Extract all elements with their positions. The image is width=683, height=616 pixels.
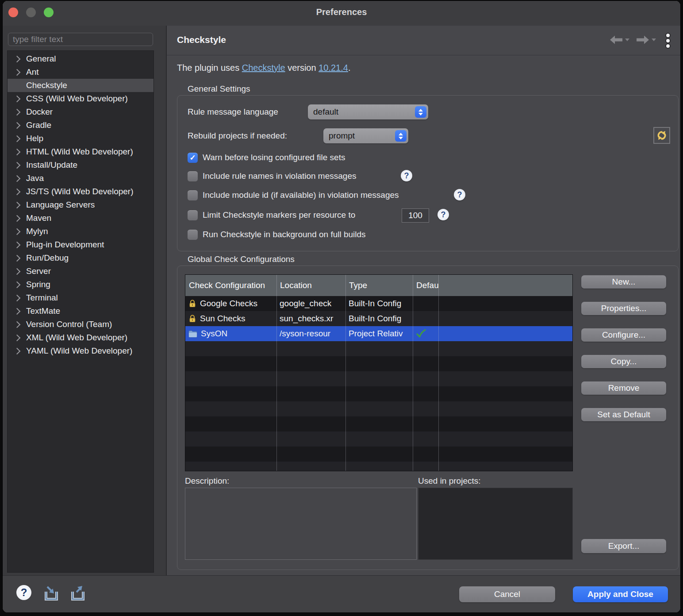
set-as-default-button[interactable]: Set as Default xyxy=(581,408,666,421)
config-type-cell: Built-In Config xyxy=(345,311,413,326)
sidebar-item-install-update[interactable]: Install/Update xyxy=(8,158,153,172)
config-row-sun-checks[interactable]: Sun Checkssun_checks.xrBuilt-In Config xyxy=(185,311,572,326)
chevron-right-icon[interactable] xyxy=(14,201,21,208)
chevron-right-icon[interactable] xyxy=(14,294,21,301)
import-preferences-icon[interactable] xyxy=(42,584,61,603)
checkbox-row-limit-checkstyle-markers-per-resource-to: Limit Checkstyle markers per resource to xyxy=(188,210,355,220)
table-empty-row xyxy=(185,371,572,386)
sidebar-item-plug-in-development[interactable]: Plug-in Development xyxy=(8,238,153,251)
sidebar-item-language-servers[interactable]: Language Servers xyxy=(8,198,153,212)
export-preferences-icon[interactable] xyxy=(68,584,88,603)
chevron-right-icon[interactable] xyxy=(14,95,21,102)
config-row-syson[interactable]: SysON/syson-resourProject Relativ xyxy=(185,326,572,341)
warn-before-losing-configured--checkbox[interactable]: ✓ xyxy=(188,153,198,163)
sidebar-item-java[interactable]: Java xyxy=(8,172,153,185)
back-button[interactable] xyxy=(610,35,629,44)
chevron-right-icon[interactable] xyxy=(14,162,21,169)
sidebar-item-js-ts-wild-web-developer[interactable]: JS/TS (Wild Web Developer) xyxy=(8,185,153,198)
sidebar-item-server[interactable]: Server xyxy=(8,265,153,278)
help-icon[interactable]: ? xyxy=(401,170,412,181)
back-history-dropdown-icon[interactable] xyxy=(625,38,629,41)
chevron-right-icon[interactable] xyxy=(14,108,21,116)
view-menu-button[interactable] xyxy=(656,34,670,48)
sidebar-item-run-debug[interactable]: Run/Debug xyxy=(8,251,153,265)
chevron-right-icon[interactable] xyxy=(14,268,21,275)
kebab-menu-icon xyxy=(666,34,670,48)
table-empty-row xyxy=(185,447,572,462)
help-icon[interactable]: ? xyxy=(437,209,449,220)
configure-button[interactable]: Configure... xyxy=(581,328,666,342)
properties-button[interactable]: Properties... xyxy=(581,302,666,315)
chevron-right-icon[interactable] xyxy=(14,228,21,235)
global-config-label: Global Check Configurations xyxy=(188,254,295,264)
sidebar-item-label: Gradle xyxy=(26,120,51,130)
filter-input[interactable] xyxy=(8,33,153,46)
column-header-check-configuration[interactable]: Check Configuration xyxy=(185,281,276,290)
remove-button[interactable]: Remove xyxy=(581,381,666,395)
column-header-type[interactable]: Type xyxy=(345,281,413,290)
sidebar-item-ant[interactable]: Ant xyxy=(8,65,153,79)
limit-checkstyle-markers-per-r-checkbox[interactable] xyxy=(188,210,198,220)
column-header-default[interactable]: Default xyxy=(413,281,438,290)
config-row-google-checks[interactable]: Google Checksgoogle_checkBuilt-In Config xyxy=(185,296,572,311)
chevron-right-icon[interactable] xyxy=(14,122,21,129)
rule-message-language-select[interactable]: default xyxy=(308,104,428,119)
sidebar-item-mylyn[interactable]: Mylyn xyxy=(8,225,153,238)
refresh-icon xyxy=(656,129,668,142)
chevron-right-icon[interactable] xyxy=(14,241,21,248)
sidebar-item-version-control-team[interactable]: Version Control (Team) xyxy=(8,318,153,331)
sidebar-item-html-wild-web-developer[interactable]: HTML (Wild Web Developer) xyxy=(8,145,153,158)
export-button[interactable]: Export... xyxy=(581,539,666,553)
chevron-right-icon[interactable] xyxy=(14,188,21,195)
sidebar-item-css-wild-web-developer[interactable]: CSS (Wild Web Developer) xyxy=(8,92,153,105)
chevron-right-icon[interactable] xyxy=(14,135,21,142)
checkbox-row-include-rule-names-in-violation-messages: Include rule names in violation messages xyxy=(188,171,356,181)
copy-button[interactable]: Copy... xyxy=(581,355,666,368)
new-button[interactable]: New... xyxy=(581,275,666,289)
marker-limit-input[interactable] xyxy=(402,208,429,223)
sidebar-item-spring[interactable]: Spring xyxy=(8,278,153,291)
sidebar-item-label: JS/TS (Wild Web Developer) xyxy=(26,187,134,196)
sidebar-item-textmate[interactable]: TextMate xyxy=(8,304,153,318)
config-type-cell: Project Relativ xyxy=(345,326,413,341)
checkstyle-link[interactable]: Checkstyle xyxy=(242,63,285,73)
help-icon[interactable]: ? xyxy=(16,585,31,600)
sidebar-item-docker[interactable]: Docker xyxy=(8,105,153,119)
forward-button[interactable] xyxy=(636,35,656,44)
window-title: Preferences xyxy=(3,7,680,17)
sidebar-item-yaml-wild-web-developer[interactable]: YAML (Wild Web Developer) xyxy=(8,344,153,358)
cancel-button[interactable]: Cancel xyxy=(459,586,555,602)
chevron-right-icon[interactable] xyxy=(14,308,21,315)
used-in-projects-label: Used in projects: xyxy=(418,476,481,486)
select-stepper-icon xyxy=(395,130,407,142)
chevron-right-icon[interactable] xyxy=(14,55,21,62)
checkbox-row-run-checkstyle-in-background-on-full-bui: Run Checkstyle in background on full bui… xyxy=(188,229,366,240)
sidebar-item-help[interactable]: Help xyxy=(8,132,153,145)
sidebar-item-label: Plug-in Development xyxy=(26,240,104,250)
sidebar-item-gradle[interactable]: Gradle xyxy=(8,119,153,132)
sidebar-item-xml-wild-web-developer[interactable]: XML (Wild Web Developer) xyxy=(8,331,153,344)
chevron-right-icon[interactable] xyxy=(14,175,21,182)
chevron-right-icon[interactable] xyxy=(14,148,21,155)
chevron-right-icon[interactable] xyxy=(14,69,21,76)
sidebar-item-general[interactable]: General xyxy=(8,52,153,65)
chevron-right-icon[interactable] xyxy=(14,281,21,288)
chevron-right-icon[interactable] xyxy=(14,334,21,341)
column-header-location[interactable]: Location xyxy=(276,281,345,290)
apply-and-close-button[interactable]: Apply and Close xyxy=(573,586,668,602)
include-module-id-if-available-checkbox[interactable] xyxy=(188,190,198,200)
sidebar-item-checkstyle[interactable]: Checkstyle xyxy=(8,79,153,92)
chevron-right-icon[interactable] xyxy=(14,215,21,222)
chevron-right-icon[interactable] xyxy=(14,347,21,354)
chevron-right-icon[interactable] xyxy=(14,321,21,328)
rebuild-projects-select[interactable]: prompt xyxy=(323,128,408,143)
rebuild-projects-button[interactable] xyxy=(653,127,670,144)
forward-history-dropdown-icon[interactable] xyxy=(652,38,656,41)
include-rule-names-in-violatio-checkbox[interactable] xyxy=(188,171,198,181)
version-link[interactable]: 10.21.4 xyxy=(318,63,348,73)
sidebar-item-maven[interactable]: Maven xyxy=(8,212,153,225)
chevron-right-icon[interactable] xyxy=(14,254,21,262)
run-checkstyle-in-background-o-checkbox[interactable] xyxy=(188,230,198,240)
sidebar-item-terminal[interactable]: Terminal xyxy=(8,291,153,304)
help-icon[interactable]: ? xyxy=(454,189,465,200)
